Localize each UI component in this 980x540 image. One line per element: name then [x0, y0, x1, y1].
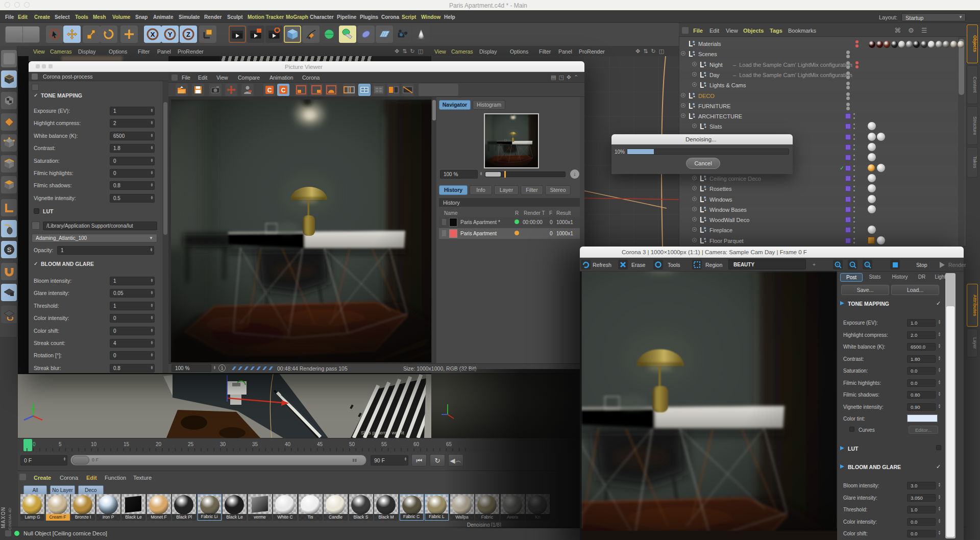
svg-text:+: + [836, 262, 838, 266]
svg-text:Z: Z [186, 31, 190, 38]
svg-text:S: S [7, 246, 11, 254]
svg-text:C: C [281, 87, 286, 94]
svg-text:Y: Y [168, 31, 173, 38]
svg-text:Slats pattern – well lit: Slats pattern – well lit [361, 430, 405, 435]
svg-text:−: − [851, 262, 853, 266]
svg-text:C: C [267, 87, 272, 94]
svg-text:X: X [151, 31, 155, 38]
svg-text:=: = [866, 262, 868, 266]
